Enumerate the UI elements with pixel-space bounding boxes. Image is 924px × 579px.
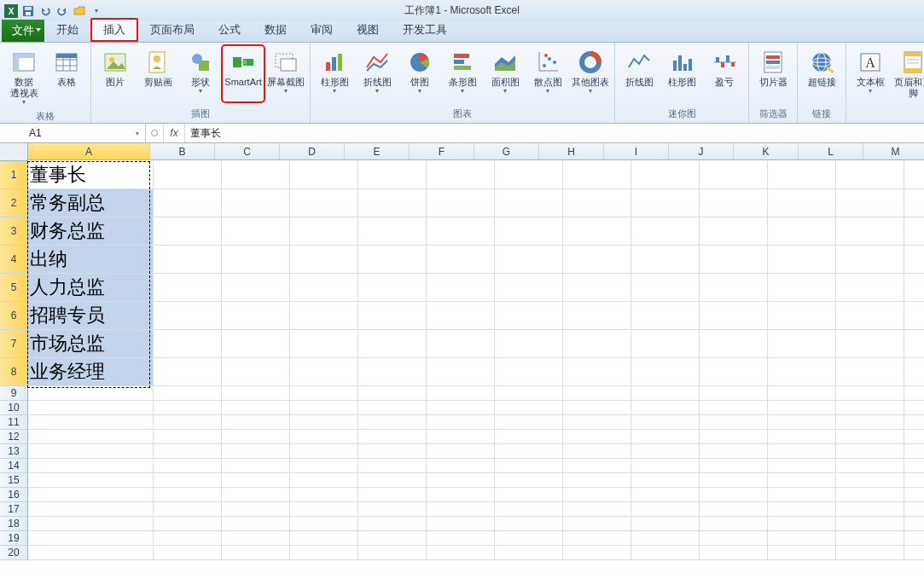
cell[interactable] — [836, 161, 904, 189]
cell[interactable] — [563, 161, 631, 189]
cell[interactable] — [836, 546, 904, 560]
cell[interactable] — [768, 473, 836, 488]
cell[interactable] — [631, 473, 700, 488]
save-icon[interactable] — [20, 3, 36, 19]
cell[interactable] — [700, 415, 768, 430]
cell[interactable] — [700, 444, 768, 459]
cell[interactable] — [358, 459, 427, 473]
cell[interactable] — [768, 488, 836, 502]
cell[interactable]: 市场总监 — [28, 330, 154, 358]
cell[interactable] — [28, 517, 154, 531]
cell[interactable] — [495, 415, 563, 430]
cell[interactable] — [836, 459, 904, 473]
row-header[interactable]: 6 — [0, 302, 28, 330]
cell[interactable] — [427, 217, 495, 246]
cell[interactable] — [768, 189, 836, 217]
cell[interactable]: 业务经理 — [28, 358, 154, 386]
cell[interactable] — [358, 488, 427, 502]
cell[interactable] — [154, 473, 222, 488]
cell[interactable] — [700, 330, 768, 358]
row-header[interactable]: 9 — [0, 386, 28, 401]
row-header[interactable]: 12 — [0, 430, 28, 444]
cell[interactable] — [154, 246, 222, 274]
headerfooter-button[interactable]: 页眉和页脚 — [892, 46, 924, 101]
cell[interactable] — [563, 330, 631, 358]
cell[interactable] — [290, 217, 358, 246]
cell[interactable] — [904, 401, 924, 415]
cell[interactable] — [495, 330, 563, 358]
cell[interactable] — [427, 274, 495, 302]
cell[interactable] — [631, 302, 700, 330]
cell[interactable] — [631, 531, 700, 546]
cell[interactable] — [768, 459, 836, 473]
cell[interactable] — [427, 401, 495, 415]
hyperlink-button[interactable]: 超链接 — [801, 46, 842, 101]
cell[interactable] — [768, 217, 836, 246]
cell[interactable] — [495, 401, 563, 415]
cell[interactable] — [358, 246, 427, 274]
cell[interactable] — [427, 488, 495, 502]
cell[interactable] — [427, 430, 495, 444]
qat-customize-icon[interactable]: ▾ — [89, 3, 104, 19]
cell[interactable] — [904, 546, 924, 560]
cell[interactable] — [28, 546, 154, 560]
cell[interactable] — [427, 161, 495, 189]
cell[interactable] — [631, 517, 700, 531]
row-header[interactable]: 20 — [0, 546, 28, 560]
cell[interactable] — [495, 517, 563, 531]
cell[interactable] — [836, 386, 904, 401]
cell[interactable] — [836, 488, 904, 502]
cell[interactable] — [222, 517, 290, 531]
cell[interactable] — [700, 531, 768, 546]
cell[interactable] — [154, 459, 222, 473]
cell[interactable] — [290, 274, 358, 302]
cell[interactable] — [700, 488, 768, 502]
cell[interactable] — [222, 302, 290, 330]
cell[interactable] — [768, 546, 836, 560]
cell[interactable] — [290, 161, 358, 189]
cell[interactable]: 常务副总 — [28, 189, 154, 217]
cell[interactable] — [768, 358, 836, 386]
chevron-down-icon[interactable]: ▾ — [131, 127, 143, 139]
cell[interactable] — [290, 459, 358, 473]
cell[interactable] — [222, 459, 290, 473]
cell[interactable] — [563, 488, 631, 502]
cell[interactable] — [358, 502, 427, 517]
column-header[interactable]: G — [474, 143, 539, 160]
cell[interactable] — [563, 517, 631, 531]
cell[interactable] — [768, 430, 836, 444]
cell[interactable] — [427, 473, 495, 488]
cell[interactable] — [563, 274, 631, 302]
cell[interactable] — [836, 302, 904, 330]
cell[interactable] — [358, 217, 427, 246]
row-header[interactable]: 18 — [0, 517, 28, 531]
cell[interactable] — [768, 401, 836, 415]
cell[interactable] — [222, 330, 290, 358]
cell[interactable] — [768, 330, 836, 358]
tab-developer[interactable]: 开发工具 — [391, 19, 459, 42]
cell[interactable] — [836, 274, 904, 302]
cell[interactable] — [904, 358, 924, 386]
cell[interactable] — [836, 358, 904, 386]
tab-formulas[interactable]: 公式 — [206, 19, 253, 42]
column-header[interactable]: E — [345, 143, 410, 160]
cell[interactable] — [904, 444, 924, 459]
cell[interactable] — [290, 401, 358, 415]
cell[interactable] — [222, 415, 290, 430]
cell[interactable] — [631, 217, 700, 246]
cell[interactable] — [290, 517, 358, 531]
area-button[interactable]: 面积图▾ — [485, 46, 526, 101]
cell[interactable] — [358, 358, 427, 386]
cell[interactable] — [495, 459, 563, 473]
cell[interactable] — [427, 459, 495, 473]
cell[interactable] — [904, 430, 924, 444]
cell[interactable] — [28, 386, 154, 401]
cell[interactable] — [28, 401, 154, 415]
row-header[interactable]: 7 — [0, 330, 28, 358]
cell[interactable] — [154, 274, 222, 302]
cell[interactable] — [836, 517, 904, 531]
tab-view[interactable]: 视图 — [345, 19, 391, 42]
cell[interactable] — [700, 473, 768, 488]
cell[interactable] — [358, 401, 427, 415]
cell[interactable] — [563, 401, 631, 415]
